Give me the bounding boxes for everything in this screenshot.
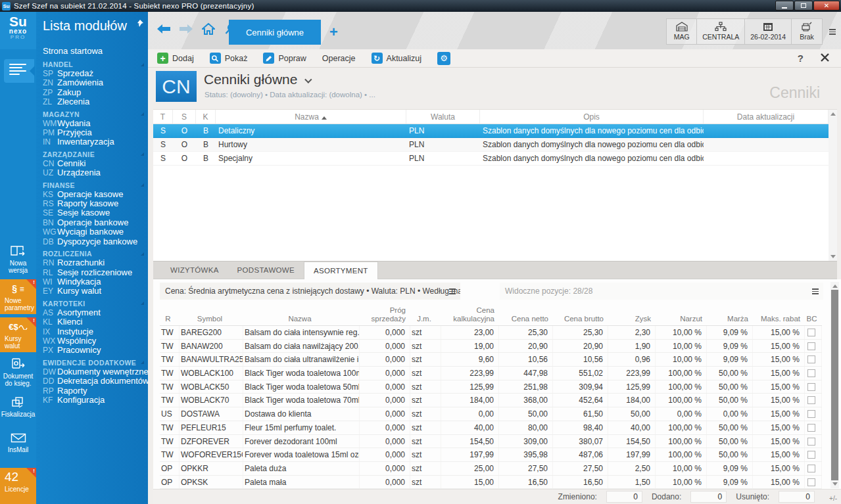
status-button-brak[interactable]: Brak bbox=[792, 19, 822, 44]
column-header-data-aktualizacji[interactable]: Data aktualizacji bbox=[704, 110, 829, 124]
toolbar-button-poka-[interactable]: Pokaż bbox=[210, 53, 248, 64]
bc-checkbox[interactable] bbox=[807, 369, 815, 377]
sidebar-item-as[interactable]: ASAsortyment bbox=[36, 308, 148, 317]
sidebar-item-kl[interactable]: KLKlienci bbox=[36, 317, 148, 327]
sidebar-item-rl[interactable]: RLSesje rozliczeniowe bbox=[36, 268, 148, 277]
status-button-centrala[interactable]: CENTRALA bbox=[697, 19, 745, 44]
product-row[interactable]: TWWOBLACK100Black Tiger woda toaletowa 1… bbox=[160, 367, 822, 380]
column-header-nazwa[interactable]: Nazwa bbox=[243, 315, 360, 325]
sidebar-section-rozliczenia[interactable]: ROZLICZENIA bbox=[36, 246, 148, 258]
minimize-button[interactable] bbox=[775, 1, 794, 11]
bc-checkbox[interactable] bbox=[807, 478, 815, 486]
column-header-marza[interactable]: Marża bbox=[707, 315, 753, 325]
table-row[interactable]: SOBDetalicznyPLNSzablon danych domyślnyc… bbox=[153, 124, 829, 138]
bc-checkbox[interactable] bbox=[807, 342, 815, 350]
sidebar-item-px[interactable]: PXPracownicy bbox=[36, 346, 148, 355]
column-header-s[interactable]: S bbox=[173, 110, 196, 124]
sidebar-item-wi[interactable]: WIWindykacja bbox=[36, 277, 148, 286]
sidebar-item-pm[interactable]: PMPrzyjęcia bbox=[36, 128, 148, 137]
modules-menu-button[interactable] bbox=[4, 59, 34, 83]
table-row[interactable]: SOBSpecjalnyPLNSzablon danych domyślnych… bbox=[153, 152, 829, 166]
back-icon[interactable] bbox=[156, 21, 172, 37]
column-header-rabat[interactable]: Maks. rabat bbox=[753, 315, 805, 325]
rail-item-dokument-do-ksi-g-[interactable]: Dokument do księg. bbox=[0, 355, 36, 390]
scroll-down-icon[interactable] bbox=[830, 255, 836, 258]
scroll-up-icon[interactable] bbox=[832, 285, 838, 288]
rail-item-nowa-wersja[interactable]: Nowa wersja bbox=[0, 242, 36, 277]
sidebar-section-ewidencje-dodatkowe[interactable]: EWIDENCJE DODATKOWE bbox=[36, 355, 148, 367]
rail-item-nowe-parametry[interactable]: § ≡Nowe parametry! bbox=[0, 279, 36, 314]
toolbar-button-dodaj[interactable]: +Dodaj bbox=[157, 53, 194, 64]
sidebar-item-cn[interactable]: CNCenniki bbox=[36, 159, 148, 168]
column-header-brutto[interactable]: Cena brutto bbox=[553, 315, 608, 325]
page-title[interactable]: Cenniki główne bbox=[204, 72, 309, 87]
bc-checkbox[interactable] bbox=[807, 465, 815, 472]
column-header-nazwa[interactable]: Nazwa bbox=[216, 110, 406, 124]
price-config-bar[interactable]: Cena: Średnia arytmetyczna cena z istnie… bbox=[160, 283, 460, 300]
sidebar-item-wg[interactable]: WGWyciągi bankowe bbox=[36, 227, 148, 237]
tab-podstawowe[interactable]: PODSTAWOWE bbox=[228, 262, 304, 279]
column-header-bc[interactable]: BC bbox=[805, 315, 822, 325]
forward-icon[interactable] bbox=[178, 21, 194, 37]
column-header-netto[interactable]: Cena netto bbox=[499, 315, 553, 325]
bc-checkbox[interactable] bbox=[807, 396, 815, 404]
sidebar-section-finanse[interactable]: FINANSE bbox=[36, 178, 148, 190]
sidebar-item-zp[interactable]: ZPZakup bbox=[36, 88, 148, 97]
tab-wizytówka[interactable]: WIZYTÓWKA bbox=[161, 262, 228, 279]
sidebar-item-in[interactable]: INInwentaryzacja bbox=[36, 137, 148, 147]
bc-checkbox[interactable] bbox=[807, 424, 815, 432]
bc-checkbox[interactable] bbox=[807, 329, 815, 336]
sidebar-item-rs[interactable]: RSRaporty kasowe bbox=[36, 199, 148, 208]
sidebar-item-strona-startowa[interactable]: Strona startowa bbox=[36, 45, 148, 57]
sidebar-item-wm[interactable]: WMWydania bbox=[36, 119, 148, 128]
sidebar-item-rp[interactable]: RPRaporty bbox=[36, 386, 148, 396]
product-row[interactable]: USDOSTAWADostawa do klienta0,000szt0,005… bbox=[160, 407, 822, 421]
column-header-opis[interactable]: Opis bbox=[480, 110, 704, 124]
sidebar-item-db[interactable]: DBDyspozycje bankowe bbox=[36, 237, 148, 246]
sidebar-item-sp[interactable]: SPSprzedaż bbox=[36, 69, 148, 78]
help-button[interactable]: ? bbox=[798, 53, 804, 64]
toolbar-button-aktualizuj[interactable]: ↻Aktualizuj bbox=[372, 53, 422, 64]
sidebar-item-uz[interactable]: UZUrządzenia bbox=[36, 168, 148, 177]
sidebar-section-magazyn[interactable]: MAGAZYN bbox=[36, 107, 148, 119]
column-header-symbol[interactable]: Symbol bbox=[180, 315, 243, 325]
sidebar-item-wx[interactable]: WXWspólnicy bbox=[36, 336, 148, 346]
tab-cenniki-glowne[interactable]: Cenniki główne bbox=[229, 20, 321, 45]
column-header-jm[interactable]: J.m. bbox=[410, 315, 441, 325]
column-header-k[interactable]: K bbox=[196, 110, 216, 124]
bc-checkbox[interactable] bbox=[807, 383, 815, 391]
rail-item-fiskalizacja[interactable]: Fiskalizacja bbox=[0, 393, 36, 421]
bc-checkbox[interactable] bbox=[807, 438, 815, 446]
column-header-zysk[interactable]: Zysk bbox=[608, 315, 656, 325]
product-row[interactable]: OPOPKSKPaleta mała0,000szt15,0016,5016,5… bbox=[160, 476, 822, 490]
sidebar-item-dw[interactable]: DWDokumenty wewnętrzne bbox=[36, 367, 148, 377]
sidebar-item-ks[interactable]: KSOperacje kasowe bbox=[36, 190, 148, 199]
scroll-down-icon[interactable] bbox=[832, 482, 838, 486]
sidebar-item-ey[interactable]: EYKursy walut bbox=[36, 286, 148, 296]
new-tab-button[interactable]: + bbox=[329, 24, 338, 41]
sidebar-item-rn[interactable]: RNRozrachunki bbox=[36, 258, 148, 267]
assortment-scrollbar[interactable] bbox=[830, 282, 839, 488]
pin-icon[interactable] bbox=[135, 16, 143, 31]
status-button-mag[interactable]: MAG bbox=[667, 19, 697, 44]
sidebar-item-dd[interactable]: DDDekretacja dokumentów bbox=[36, 377, 148, 386]
tab-asortyment[interactable]: ASORTYMENT bbox=[304, 262, 378, 279]
gear-icon[interactable]: ⚙ bbox=[437, 52, 450, 65]
rail-item-licencje[interactable]: 42Licencje! bbox=[0, 468, 36, 504]
column-header-waluta[interactable]: Waluta bbox=[406, 110, 480, 124]
sidebar-section-zarządzanie[interactable]: ZARZĄDZANIE bbox=[36, 147, 148, 159]
product-row[interactable]: TWWOBLACK50Black Tiger woda toaletowa 50… bbox=[160, 380, 822, 394]
product-row[interactable]: TWDZFOREVERForever dezodorant 100ml0,000… bbox=[160, 435, 822, 449]
product-row[interactable]: TWBANAW200Balsam do ciała nawilżający 20… bbox=[160, 340, 822, 354]
bc-checkbox[interactable] bbox=[807, 355, 815, 363]
bc-checkbox[interactable] bbox=[807, 451, 815, 459]
rail-item-insmail[interactable]: InsMail bbox=[0, 428, 36, 456]
product-row[interactable]: TWBAREG200Balsam do ciała intensywnie re… bbox=[160, 326, 822, 340]
visible-items-bar[interactable]: Widoczne pozycje: 28/28 bbox=[500, 283, 823, 300]
strip-menu-icon[interactable] bbox=[829, 29, 836, 36]
toolbar-button-popraw[interactable]: Popraw bbox=[263, 53, 306, 64]
product-row[interactable]: OPOPKKRPaleta duża0,000szt25,0027,5027,5… bbox=[160, 462, 822, 476]
column-header-prog[interactable]: Próg sprzedaży bbox=[360, 306, 410, 325]
sidebar-section-handel[interactable]: HANDEL bbox=[36, 57, 148, 69]
sidebar-item-ix[interactable]: IXInstytucje bbox=[36, 327, 148, 336]
